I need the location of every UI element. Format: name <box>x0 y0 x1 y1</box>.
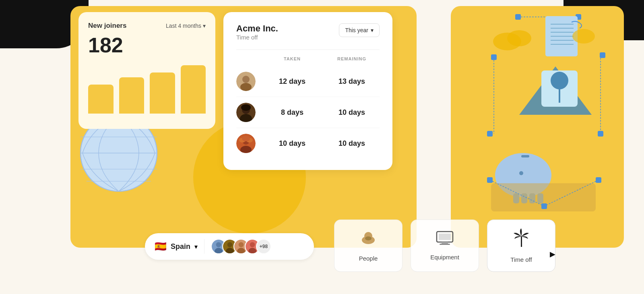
svg-point-72 <box>365 236 372 240</box>
table-header: TAKEN REMAINING <box>236 56 380 61</box>
svg-point-46 <box>242 76 250 83</box>
timeoff-label: Time off <box>510 256 532 263</box>
bar-1 <box>88 85 114 114</box>
svg-point-63 <box>226 248 234 254</box>
spain-flag: 🇪🇸 <box>155 241 167 252</box>
svg-rect-28 <box>521 155 529 157</box>
joiners-title: New joiners <box>88 22 126 30</box>
joiners-card: New joiners Last 4 months ▾ 182 <box>78 12 215 129</box>
avatar-3 <box>236 134 256 153</box>
joiners-filter-button[interactable]: Last 4 months ▾ <box>166 23 206 29</box>
svg-point-68 <box>250 242 255 247</box>
svg-point-47 <box>240 83 252 91</box>
svg-point-37 <box>572 29 595 43</box>
svg-point-51 <box>241 104 251 111</box>
cursor-icon: ▶ <box>550 250 555 259</box>
avatar-2 <box>236 103 256 122</box>
timeoff-card: Acme Inc. Time off This year ▾ TAKEN REM… <box>223 12 392 170</box>
right-panel <box>451 6 624 248</box>
svg-rect-75 <box>442 242 448 244</box>
people-label: People <box>359 255 378 262</box>
timeoff-subtitle: Time off <box>236 34 278 41</box>
company-name: Acme Inc. <box>236 23 278 34</box>
divider <box>236 50 380 50</box>
svg-point-60 <box>215 248 223 254</box>
joiners-filter-label: Last 4 months <box>166 23 201 29</box>
timeoff-nav-card[interactable]: Time off <box>487 219 555 272</box>
svg-rect-77 <box>521 236 522 247</box>
svg-point-57 <box>242 136 250 141</box>
joiners-count: 182 <box>88 33 206 57</box>
remaining-2: 10 days <box>324 108 380 117</box>
remaining-3: 10 days <box>324 139 380 148</box>
svg-point-36 <box>507 30 531 46</box>
svg-point-65 <box>239 242 244 247</box>
team-avatars: +98 <box>211 239 271 254</box>
spain-selector-bar: 🇪🇸 Spain ▾ <box>145 233 314 260</box>
country-selector[interactable]: 🇪🇸 Spain ▾ <box>155 241 198 252</box>
bar-2 <box>119 77 144 114</box>
svg-point-27 <box>519 171 523 175</box>
taken-3: 10 days <box>264 139 320 148</box>
avatar-1 <box>236 72 256 91</box>
svg-point-66 <box>237 248 245 254</box>
chevron-down-icon: ▾ <box>194 243 198 251</box>
svg-rect-4 <box>487 131 493 137</box>
equipment-label: Equipment <box>430 254 459 261</box>
decorations-svg <box>451 6 624 248</box>
svg-rect-76 <box>440 244 450 245</box>
table-row: 12 days 13 days <box>236 66 380 97</box>
bar-chart <box>88 65 206 114</box>
chevron-down-icon: ▾ <box>371 27 374 33</box>
country-name: Spain <box>171 242 190 251</box>
people-nav-card[interactable]: People <box>334 219 402 272</box>
people-icon <box>360 230 377 250</box>
svg-rect-74 <box>439 234 451 240</box>
timeoff-icon <box>513 228 530 251</box>
taken-1: 12 days <box>264 77 320 86</box>
equipment-nav-card[interactable]: Equipment <box>411 219 479 272</box>
vertical-separator <box>204 239 204 254</box>
table-row: 10 days 10 days <box>236 128 380 159</box>
year-filter-label: This year <box>345 27 368 33</box>
remaining-col-header: REMAINING <box>324 56 380 61</box>
taken-col-header: TAKEN <box>264 56 320 61</box>
taken-2: 8 days <box>264 108 320 117</box>
bar-4 <box>181 65 206 114</box>
chevron-down-icon: ▾ <box>203 23 206 29</box>
svg-point-62 <box>227 242 233 247</box>
svg-point-69 <box>248 248 256 254</box>
year-filter-button[interactable]: This year ▾ <box>339 23 380 37</box>
svg-point-59 <box>216 242 221 247</box>
table-row: 8 days 10 days <box>236 97 380 128</box>
bottom-nav-icons: People Equipment Time off <box>334 219 555 272</box>
bar-3 <box>150 72 175 114</box>
avatar-count: +98 <box>256 239 271 254</box>
remaining-1: 13 days <box>324 77 380 86</box>
equipment-icon <box>436 231 454 249</box>
